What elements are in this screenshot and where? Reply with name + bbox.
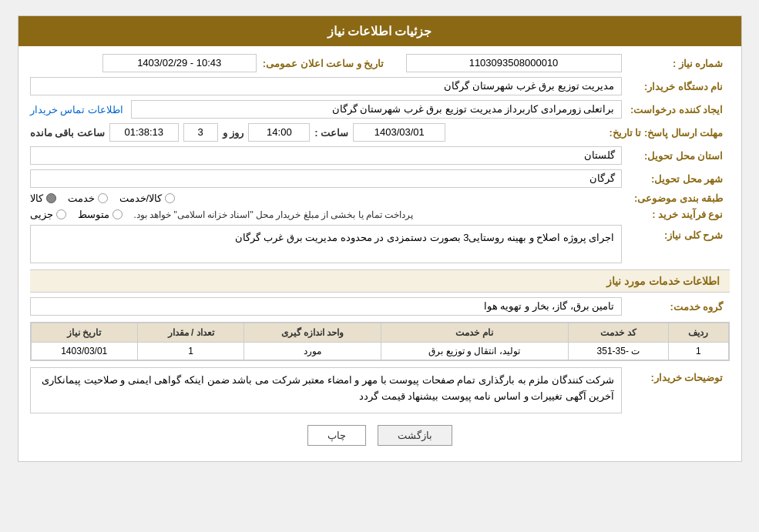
print-button[interactable]: چاپ: [307, 425, 366, 446]
category-radio-group: کالا/خدمت خدمت کالا: [30, 192, 622, 204]
deadline-label: مهلت ارسال پاسخ: تا تاریخ:: [609, 127, 729, 139]
buyer-org-label: نام دستگاه خریدار:: [622, 81, 730, 92]
cell-date: 1403/03/01: [31, 343, 137, 360]
col-service-code: کد خدمت: [568, 323, 669, 343]
col-quantity: تعداد / مقدار: [137, 323, 243, 343]
cell-row-num: 1: [669, 343, 728, 360]
cell-quantity: 1: [137, 343, 243, 360]
col-date: تاریخ نیاز: [31, 323, 137, 343]
radio-kala-khedmat: [165, 193, 175, 203]
col-unit: واحد اندازه گیری: [244, 323, 381, 343]
col-row-num: ردیف: [669, 323, 728, 343]
need-number-label: شماره نیاز :: [622, 58, 730, 69]
radio-small: [56, 209, 66, 219]
radio-khedmat: [98, 193, 108, 203]
purchase-note: پرداخت تمام یا بخشی از مبلغ خریدار محل "…: [134, 209, 414, 220]
purchase-option-small[interactable]: جزیی: [30, 209, 66, 220]
table-row: 1 ت -35-351 تولید، انتقال و توزیع برق مو…: [31, 343, 728, 360]
province-label: استان محل تحویل:: [622, 150, 730, 162]
deadline-days: 3: [183, 123, 218, 142]
category-option-kala[interactable]: کالا: [30, 192, 56, 204]
service-group-value: تامین برق، گاز، بخار و تهویه هوا: [30, 297, 622, 316]
creator-label: ایجاد کننده درخواست:: [622, 104, 730, 115]
header-title: جزئیات اطلاعات نیاز: [327, 25, 432, 38]
services-table: ردیف کد خدمت نام خدمت واحد اندازه گیری ت…: [30, 322, 730, 361]
deadline-time-label: ساعت :: [314, 127, 348, 139]
contact-info-link[interactable]: اطلاعات تماس خریدار: [30, 104, 123, 115]
buyer-notes-label: توضیحات خریدار:: [622, 367, 730, 383]
cell-service-code: ت -35-351: [568, 343, 669, 360]
category-label: طبقه بندی موضوعی:: [622, 192, 730, 204]
cell-unit: مورد: [244, 343, 381, 360]
need-desc-label: شرح کلی نیاز:: [622, 225, 730, 241]
purchase-type-label: نوع فرآیند خرید :: [622, 209, 730, 220]
announce-label: تاریخ و ساعت اعلان عمومی:: [263, 58, 391, 69]
deadline-remaining: 01:38:13: [109, 123, 179, 142]
city-value: گرگان: [30, 169, 622, 188]
deadline-remaining-label: ساعت باقی مانده: [30, 127, 105, 139]
buyer-org-value: مدیریت توزیع برق غرب شهرستان گرگان: [30, 77, 622, 95]
services-section-header: اطلاعات خدمات مورد نیاز: [30, 269, 730, 293]
footer-buttons: بازگشت چاپ: [30, 425, 730, 446]
city-label: شهر محل تحویل:: [622, 173, 730, 185]
radio-medium: [113, 209, 123, 219]
radio-kala: [46, 193, 56, 203]
cell-service-name: تولید، انتقال و توزیع برق: [381, 343, 568, 360]
col-service-name: نام خدمت: [381, 323, 568, 343]
creator-value: براتعلی زورمرادی کاربرداز مدیریت توزیع ب…: [131, 100, 622, 119]
need-number-value: 1103093508000010: [406, 54, 622, 72]
purchase-option-medium[interactable]: متوسط: [78, 209, 123, 220]
deadline-time: 14:00: [248, 123, 310, 142]
province-value: گلستان: [30, 146, 622, 165]
category-option-kala-khedmat[interactable]: کالا/خدمت: [119, 192, 176, 204]
service-group-label: گروه خدمت:: [622, 301, 730, 313]
buyer-notes-value: شرکت کنندگان ملزم به بارگذاری تمام صفحات…: [30, 367, 622, 413]
deadline-days-label: روز و: [223, 127, 244, 139]
announce-value: 1403/02/29 - 10:43: [102, 54, 257, 72]
deadline-date: 1403/03/01: [353, 123, 445, 142]
back-button[interactable]: بازگشت: [378, 425, 452, 446]
category-option-khedmat[interactable]: خدمت: [68, 192, 108, 204]
need-desc-value: اجرای پروژه اصلاح و بهینه روستایی3 بصورت…: [30, 225, 622, 263]
page-header: جزئیات اطلاعات نیاز: [18, 16, 741, 46]
